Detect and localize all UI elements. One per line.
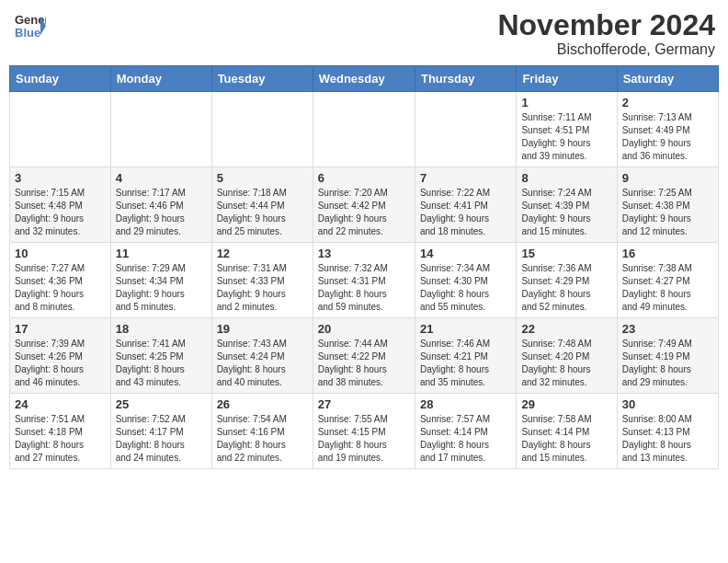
day-info: Sunrise: 7:51 AM Sunset: 4:18 PM Dayligh… xyxy=(15,413,106,465)
day-number: 28 xyxy=(420,397,511,411)
calendar-cell: 21Sunrise: 7:46 AM Sunset: 4:21 PM Dayli… xyxy=(415,318,516,394)
day-number: 17 xyxy=(15,322,106,336)
weekday-tuesday: Tuesday xyxy=(211,66,313,92)
day-info: Sunrise: 7:49 AM Sunset: 4:19 PM Dayligh… xyxy=(622,338,713,389)
calendar-cell: 1Sunrise: 7:11 AM Sunset: 4:51 PM Daylig… xyxy=(517,92,617,167)
calendar-cell: 24Sunrise: 7:51 AM Sunset: 4:18 PM Dayli… xyxy=(10,394,111,469)
week-row-1: 1Sunrise: 7:11 AM Sunset: 4:51 PM Daylig… xyxy=(10,92,719,167)
day-info: Sunrise: 7:31 AM Sunset: 4:33 PM Dayligh… xyxy=(217,262,308,314)
logo: General Blue xyxy=(13,9,46,42)
calendar-cell: 15Sunrise: 7:36 AM Sunset: 4:29 PM Dayli… xyxy=(517,243,617,318)
day-number: 8 xyxy=(521,171,611,185)
day-number: 25 xyxy=(116,397,207,411)
day-number: 16 xyxy=(622,247,713,260)
day-info: Sunrise: 7:52 AM Sunset: 4:17 PM Dayligh… xyxy=(116,413,207,465)
day-info: Sunrise: 7:25 AM Sunset: 4:38 PM Dayligh… xyxy=(622,187,713,238)
calendar-cell: 2Sunrise: 7:13 AM Sunset: 4:49 PM Daylig… xyxy=(617,92,718,167)
day-info: Sunrise: 7:57 AM Sunset: 4:14 PM Dayligh… xyxy=(420,413,511,465)
weekday-header-row: SundayMondayTuesdayWednesdayThursdayFrid… xyxy=(10,66,719,92)
weekday-thursday: Thursday xyxy=(415,66,516,92)
calendar-cell xyxy=(211,92,313,167)
day-number: 3 xyxy=(15,171,106,185)
day-number: 10 xyxy=(15,247,106,260)
day-info: Sunrise: 7:41 AM Sunset: 4:25 PM Dayligh… xyxy=(116,338,207,389)
day-number: 1 xyxy=(521,96,611,109)
day-info: Sunrise: 7:24 AM Sunset: 4:39 PM Dayligh… xyxy=(521,187,611,238)
day-info: Sunrise: 7:48 AM Sunset: 4:20 PM Dayligh… xyxy=(521,338,611,389)
calendar-cell: 10Sunrise: 7:27 AM Sunset: 4:36 PM Dayli… xyxy=(10,243,111,318)
day-info: Sunrise: 7:27 AM Sunset: 4:36 PM Dayligh… xyxy=(15,262,106,314)
day-info: Sunrise: 7:58 AM Sunset: 4:14 PM Dayligh… xyxy=(521,413,611,465)
day-number: 18 xyxy=(116,322,207,336)
calendar-cell: 22Sunrise: 7:48 AM Sunset: 4:20 PM Dayli… xyxy=(517,318,617,394)
calendar-cell: 4Sunrise: 7:17 AM Sunset: 4:46 PM Daylig… xyxy=(110,167,211,243)
day-info: Sunrise: 7:34 AM Sunset: 4:30 PM Dayligh… xyxy=(420,262,511,314)
calendar-cell: 30Sunrise: 8:00 AM Sunset: 4:13 PM Dayli… xyxy=(617,394,718,469)
day-number: 11 xyxy=(116,247,207,260)
calendar-cell: 26Sunrise: 7:54 AM Sunset: 4:16 PM Dayli… xyxy=(211,394,313,469)
day-number: 27 xyxy=(318,397,410,411)
day-info: Sunrise: 7:13 AM Sunset: 4:49 PM Dayligh… xyxy=(622,111,713,163)
calendar-cell xyxy=(10,92,111,167)
calendar-cell: 6Sunrise: 7:20 AM Sunset: 4:42 PM Daylig… xyxy=(313,167,415,243)
weekday-saturday: Saturday xyxy=(617,66,718,92)
day-info: Sunrise: 7:38 AM Sunset: 4:27 PM Dayligh… xyxy=(622,262,713,314)
day-info: Sunrise: 7:11 AM Sunset: 4:51 PM Dayligh… xyxy=(521,111,611,163)
month-title: November 2024 xyxy=(497,9,715,41)
calendar-cell: 28Sunrise: 7:57 AM Sunset: 4:14 PM Dayli… xyxy=(415,394,516,469)
day-number: 14 xyxy=(420,247,511,260)
day-number: 15 xyxy=(521,247,611,260)
svg-text:Blue: Blue xyxy=(15,26,40,40)
day-info: Sunrise: 7:17 AM Sunset: 4:46 PM Dayligh… xyxy=(116,187,207,238)
calendar-cell xyxy=(415,92,516,167)
day-number: 19 xyxy=(217,322,308,336)
day-info: Sunrise: 7:39 AM Sunset: 4:26 PM Dayligh… xyxy=(15,338,106,389)
day-info: Sunrise: 7:15 AM Sunset: 4:48 PM Dayligh… xyxy=(15,187,106,238)
day-info: Sunrise: 7:55 AM Sunset: 4:15 PM Dayligh… xyxy=(318,413,410,465)
day-number: 7 xyxy=(420,171,511,185)
calendar-cell: 19Sunrise: 7:43 AM Sunset: 4:24 PM Dayli… xyxy=(211,318,313,394)
calendar-cell: 17Sunrise: 7:39 AM Sunset: 4:26 PM Dayli… xyxy=(10,318,111,394)
day-number: 23 xyxy=(622,322,713,336)
day-number: 30 xyxy=(622,397,713,411)
day-info: Sunrise: 7:54 AM Sunset: 4:16 PM Dayligh… xyxy=(217,413,308,465)
calendar-cell: 11Sunrise: 7:29 AM Sunset: 4:34 PM Dayli… xyxy=(110,243,211,318)
week-row-2: 3Sunrise: 7:15 AM Sunset: 4:48 PM Daylig… xyxy=(10,167,719,243)
day-number: 12 xyxy=(217,247,308,260)
day-number: 13 xyxy=(318,247,410,260)
day-number: 21 xyxy=(420,322,511,336)
day-number: 20 xyxy=(318,322,410,336)
day-info: Sunrise: 7:36 AM Sunset: 4:29 PM Dayligh… xyxy=(521,262,611,314)
calendar-cell xyxy=(313,92,415,167)
calendar-cell: 29Sunrise: 7:58 AM Sunset: 4:14 PM Dayli… xyxy=(517,394,617,469)
calendar-cell: 8Sunrise: 7:24 AM Sunset: 4:39 PM Daylig… xyxy=(517,167,617,243)
weekday-friday: Friday xyxy=(517,66,617,92)
calendar-cell: 7Sunrise: 7:22 AM Sunset: 4:41 PM Daylig… xyxy=(415,167,516,243)
calendar-cell: 20Sunrise: 7:44 AM Sunset: 4:22 PM Dayli… xyxy=(313,318,415,394)
day-number: 9 xyxy=(622,171,713,185)
calendar-cell: 12Sunrise: 7:31 AM Sunset: 4:33 PM Dayli… xyxy=(211,243,313,318)
calendar-cell: 5Sunrise: 7:18 AM Sunset: 4:44 PM Daylig… xyxy=(211,167,313,243)
day-number: 29 xyxy=(521,397,611,411)
calendar: SundayMondayTuesdayWednesdayThursdayFrid… xyxy=(9,65,719,469)
title-section: November 2024 Bischofferode, Germany xyxy=(497,9,715,58)
day-info: Sunrise: 7:32 AM Sunset: 4:31 PM Dayligh… xyxy=(318,262,410,314)
calendar-cell: 23Sunrise: 7:49 AM Sunset: 4:19 PM Dayli… xyxy=(617,318,718,394)
day-number: 22 xyxy=(521,322,611,336)
calendar-cell: 27Sunrise: 7:55 AM Sunset: 4:15 PM Dayli… xyxy=(313,394,415,469)
calendar-cell: 18Sunrise: 7:41 AM Sunset: 4:25 PM Dayli… xyxy=(110,318,211,394)
day-number: 5 xyxy=(217,171,308,185)
calendar-cell: 14Sunrise: 7:34 AM Sunset: 4:30 PM Dayli… xyxy=(415,243,516,318)
location-title: Bischofferode, Germany xyxy=(497,41,715,58)
day-info: Sunrise: 7:43 AM Sunset: 4:24 PM Dayligh… xyxy=(217,338,308,389)
week-row-3: 10Sunrise: 7:27 AM Sunset: 4:36 PM Dayli… xyxy=(10,243,719,318)
calendar-cell: 25Sunrise: 7:52 AM Sunset: 4:17 PM Dayli… xyxy=(110,394,211,469)
day-info: Sunrise: 7:46 AM Sunset: 4:21 PM Dayligh… xyxy=(420,338,511,389)
day-number: 24 xyxy=(15,397,106,411)
day-number: 2 xyxy=(622,96,713,109)
calendar-cell: 3Sunrise: 7:15 AM Sunset: 4:48 PM Daylig… xyxy=(10,167,111,243)
week-row-5: 24Sunrise: 7:51 AM Sunset: 4:18 PM Dayli… xyxy=(10,394,719,469)
day-info: Sunrise: 7:18 AM Sunset: 4:44 PM Dayligh… xyxy=(217,187,308,238)
calendar-cell: 13Sunrise: 7:32 AM Sunset: 4:31 PM Dayli… xyxy=(313,243,415,318)
day-info: Sunrise: 7:20 AM Sunset: 4:42 PM Dayligh… xyxy=(318,187,410,238)
